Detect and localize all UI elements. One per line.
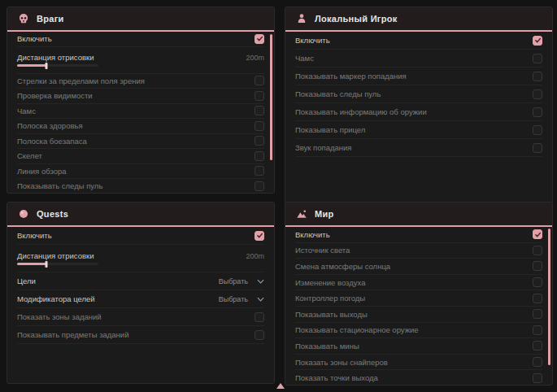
checkbox[interactable] [533, 246, 542, 255]
checkbox[interactable] [255, 121, 264, 131]
toggle-row: Полоска боезапаса [17, 134, 264, 150]
setting-label: Полоска боезапаса [17, 137, 87, 146]
panel-header: Quests [7, 203, 274, 227]
checkbox[interactable] [533, 373, 542, 383]
toggle-row: Показывать прицел [295, 121, 542, 139]
toggle-row: Скелет [17, 149, 264, 164]
panel-body: ВключитьЧамсПоказывать маркер попаданияП… [285, 32, 552, 204]
toggle-row: Контроллер погоды [295, 290, 542, 307]
setting-label: Показывать следы пуль [295, 89, 381, 98]
checkbox[interactable] [533, 125, 542, 135]
setting-label: Чамс [17, 107, 36, 115]
checkbox[interactable] [255, 34, 264, 44]
checkbox[interactable] [533, 54, 542, 63]
slider-labels: Дистанция отрисовки200m [17, 53, 264, 62]
toggle-row: Показывать следы пуль [295, 85, 542, 103]
dropdown[interactable]: Выбрать [219, 277, 264, 285]
checkbox[interactable] [533, 341, 542, 351]
slider-value: 200m [246, 54, 264, 62]
checkbox[interactable] [533, 107, 542, 117]
setting-label: Включить [17, 231, 52, 240]
toggle-row: Показать точки выхода [295, 370, 542, 385]
toggle-row: Включить [295, 227, 542, 243]
checkbox[interactable] [255, 91, 264, 101]
slider-track[interactable] [17, 64, 98, 67]
select-row: ЦелиВыбрать [17, 272, 264, 290]
checkbox[interactable] [533, 309, 542, 319]
checkbox[interactable] [533, 294, 542, 303]
checkbox[interactable] [255, 312, 264, 322]
slider-handle[interactable] [46, 261, 48, 268]
dropdown[interactable]: Выбрать [219, 295, 264, 303]
toggle-row: Включить [17, 32, 264, 47]
setting-label: Изменение воздуха [295, 278, 366, 287]
panel-body: ВключитьИсточник светаСмена атмосферы со… [285, 227, 552, 385]
setting-label: Показывать следы пуль [17, 181, 102, 190]
toggle-row: Показать зоны заданий [17, 308, 264, 326]
slider-fill [17, 64, 46, 67]
checkbox[interactable] [533, 261, 542, 271]
setting-label: Показывать маркер попадания [295, 72, 407, 81]
toggle-row: Полоска здоровья [17, 119, 264, 134]
toggle-row: Источник света [295, 243, 542, 259]
setting-label: Дистанция отрисовки [17, 53, 94, 62]
setting-label: Смена атмосферы солнца [295, 262, 390, 271]
checkbox[interactable] [533, 229, 542, 239]
setting-label: Включить [17, 34, 52, 43]
scrollbar-thumb[interactable] [270, 34, 272, 160]
checkbox[interactable] [533, 357, 542, 367]
slider-labels: Дистанция отрисовки200m [17, 251, 264, 260]
panel-quests: QuestsВключитьДистанция отрисовки200mЦел… [7, 202, 275, 384]
toggle-row: Изменение воздуха [295, 275, 542, 291]
slider-track[interactable] [17, 263, 98, 265]
setting-label: Показывать информацию об оружии [295, 107, 427, 116]
panel-title: Мир [315, 209, 334, 219]
setting-label: Показывать предметы заданий [17, 330, 128, 339]
toggle-row: Включить [17, 227, 264, 245]
toggle-row: Линия обзора [17, 164, 264, 180]
panel-title: Враги [37, 14, 64, 24]
checkbox[interactable] [255, 166, 264, 176]
checkbox[interactable] [255, 181, 264, 191]
dropdown-value: Выбрать [219, 277, 248, 285]
scrollbar-thumb[interactable] [548, 229, 550, 365]
checkbox[interactable] [533, 325, 542, 335]
checkbox[interactable] [255, 76, 264, 85]
setting-label: Чамс [295, 54, 314, 63]
slider-row: Дистанция отрисовки200m [17, 47, 264, 74]
toggle-row: Показывать информацию об оружии [295, 103, 542, 121]
setting-label: Дистанция отрисовки [17, 251, 94, 260]
slider-handle[interactable] [46, 63, 48, 69]
panel-enemies: ВрагиВключитьДистанция отрисовки200mСтре… [7, 7, 275, 194]
checkbox[interactable] [533, 143, 542, 153]
toggle-row: Чамс [17, 104, 264, 120]
toggle-row: Показывать выходы [295, 307, 542, 323]
panel-world: МирВключитьИсточник светаСмена атмосферы… [285, 202, 553, 385]
chevron-down-icon [257, 279, 264, 284]
setting-label: Стрелки за пределами поля зрения [17, 76, 145, 85]
person-icon [296, 13, 307, 24]
panel-body: ВключитьДистанция отрисовки200mЦелиВыбра… [7, 227, 274, 383]
toggle-row: Стрелки за пределами поля зрения [17, 74, 264, 89]
checkbox[interactable] [533, 89, 542, 99]
checkbox[interactable] [255, 136, 264, 146]
checkbox[interactable] [255, 151, 264, 161]
checkbox[interactable] [533, 72, 542, 81]
setting-label: Источник света [295, 246, 350, 255]
checkbox[interactable] [255, 330, 264, 340]
checkbox[interactable] [255, 231, 264, 241]
setting-label: Показывать мины [295, 342, 359, 351]
setting-label: Показать зоны снайперов [295, 358, 388, 367]
toggle-row: Проверка видимости [17, 89, 264, 104]
checkbox[interactable] [533, 277, 542, 287]
setting-label: Контроллер погоды [295, 294, 365, 303]
mountain-icon [296, 208, 307, 220]
setting-label: Включить [295, 36, 330, 45]
checkbox[interactable] [533, 36, 542, 46]
toggle-row: Смена атмосферы солнца [295, 259, 542, 275]
setting-label: Проверка видимости [17, 91, 93, 100]
setting-label: Звук попадания [295, 143, 352, 152]
checkbox[interactable] [255, 106, 264, 115]
panel-header: Враги [7, 7, 274, 32]
setting-label: Показать зоны заданий [17, 312, 102, 321]
